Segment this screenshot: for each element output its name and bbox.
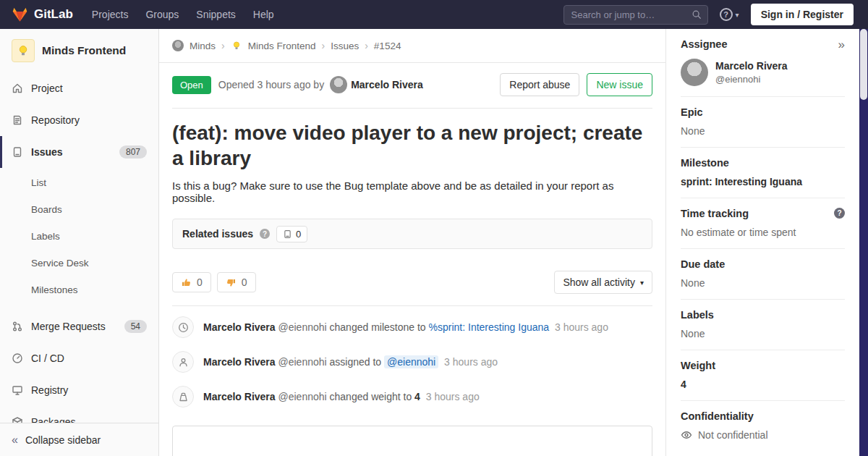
group-avatar[interactable] [172,40,184,51]
new-issue-button[interactable]: New issue [587,73,652,96]
top-navbar: GitLab Projects Groups Snippets Help ? ▾… [0,0,868,29]
gitlab-logo-icon[interactable] [12,7,28,22]
chevron-double-right-icon[interactable]: » [838,38,845,52]
sidebar-item-milestones[interactable]: Milestones [0,276,158,303]
epic-block: Epic None [681,97,845,148]
page-scrollbar [859,29,868,456]
related-issues-count: 0 [296,229,301,240]
due-date-value: None [681,277,845,289]
main-content: Minds › Minds Frontend › Issues › #1524 … [159,29,665,456]
issue-title: (feat): move video player to a new proje… [172,120,652,171]
time-tracking-value: No estimate or time spent [681,227,845,238]
report-abuse-button[interactable]: Report abuse [500,73,579,96]
note-handle: @eiennohi [278,321,327,333]
milestone-link[interactable]: %sprint: Interesting Iguana [429,321,550,333]
thumbs-up-button[interactable]: 0 [172,272,211,292]
milestone-value[interactable]: sprint: Interesting Iguana [681,176,845,187]
thumbs-up-icon [181,277,192,288]
project-context-link[interactable]: Minds Frontend [0,29,158,72]
note-author[interactable]: Marcelo Rivera [203,356,276,368]
labels-label: Labels [681,309,845,321]
sidebar-item-labels[interactable]: Labels [0,223,158,250]
sidebar-item-repository[interactable]: Repository [0,104,158,136]
due-date-label: Due date [681,258,845,270]
nav-link-projects[interactable]: Projects [92,9,129,20]
note-author[interactable]: Marcelo Rivera [203,321,276,333]
search-input[interactable] [570,9,692,21]
assignee-mention-link[interactable]: @eiennohi [384,355,438,368]
issue-header-actions: Report abuse New issue [500,73,652,96]
search-box[interactable] [563,5,708,25]
merge-request-icon [12,321,23,332]
sidebar-item-registry[interactable]: Registry [0,374,158,406]
sidebar-item-service-desk[interactable]: Service Desk [0,250,158,276]
confidentiality-value: Not confidential [698,429,768,441]
sidebar-item-project[interactable]: Project [0,72,158,104]
repository-icon [12,114,23,126]
question-circle-icon[interactable]: ? [834,208,845,219]
chevron-double-left-icon: « [12,434,18,447]
collapse-sidebar-button[interactable]: « Collapse sidebar [0,423,158,456]
assignee-name[interactable]: Marcelo Rivera [715,60,788,72]
author-avatar[interactable] [330,76,347,93]
milestone-label: Milestone [681,157,845,169]
brand-title[interactable]: GitLab [34,7,73,22]
issues-icon [12,146,23,158]
sign-in-button[interactable]: Sign in / Register [751,4,854,25]
breadcrumb-separator-icon: › [221,40,225,51]
confidentiality-block: Confidentiality Not confidential [681,401,845,451]
weight-label: Weight [681,360,845,371]
assignee-avatar[interactable] [681,59,708,86]
new-comment-box[interactable] [172,426,652,456]
note-author[interactable]: Marcelo Rivera [203,391,276,402]
user-icon [172,351,194,373]
breadcrumb-link-group[interactable]: Minds [190,41,216,51]
sidebar-item-label: Repository [31,114,80,126]
help-icon[interactable]: ? [260,229,270,239]
navbar-links: Projects Groups Snippets Help [92,9,274,20]
left-sidebar: Minds Frontend Project Repository Issues… [0,29,159,456]
nav-link-help[interactable]: Help [253,9,274,20]
question-circle-icon: ? [720,8,733,21]
breadcrumb-link-project[interactable]: Minds Frontend [248,41,316,51]
issue-card-icon [283,229,292,239]
sidebar-item-issues[interactable]: Issues 807 [0,136,158,168]
home-icon [12,83,23,94]
milestone-block: Milestone sprint: Interesting Iguana [681,148,845,198]
weight-value: 4 [414,391,420,402]
sidebar-item-label: Registry [31,384,68,396]
note-action: changed milestone to [330,321,426,333]
thumbs-down-icon [226,277,237,288]
system-note-milestone: Marcelo Rivera @eiennohi changed milesto… [172,310,652,345]
scrollbar-thumb[interactable] [860,29,867,100]
time-tracking-block: Time tracking ? No estimate or time spen… [681,198,845,249]
sidebar-item-list[interactable]: List [0,169,158,196]
status-badge: Open [172,76,211,94]
assignee-handle: @eiennohi [715,74,788,85]
submenu-label: Service Desk [31,258,89,269]
project-name: Minds Frontend [42,44,126,57]
breadcrumb-link-issues[interactable]: Issues [331,41,359,51]
sidebar-item-boards[interactable]: Boards [0,196,158,223]
time-tracking-label: Time tracking [681,208,845,219]
epic-label: Epic [681,106,845,118]
weight-value: 4 [681,379,845,390]
thumbs-down-button[interactable]: 0 [217,272,256,292]
assignee-block: Assignee » Marcelo Rivera @eiennohi [681,29,845,97]
sidebar-item-merge-requests[interactable]: Merge Requests 54 [0,311,158,342]
nav-link-groups[interactable]: Groups [145,9,179,20]
assignee-label: Assignee [681,38,845,50]
issue-description: Is this a bug? Make sure to use the Bug … [172,180,652,204]
collapse-sidebar-label: Collapse sidebar [25,434,101,446]
project-avatar-small[interactable] [231,40,242,51]
nav-link-snippets[interactable]: Snippets [196,9,235,20]
author-name-link[interactable]: Marcelo Rivera [351,79,423,90]
activity-filter-dropdown[interactable]: Show all activity ▾ [554,271,652,294]
sidebar-item-label: CI / CD [31,352,64,364]
sidebar-item-cicd[interactable]: CI / CD [0,342,158,374]
help-menu[interactable]: ? ▾ [720,8,739,21]
system-note-assignee: Marcelo Rivera @eiennohi assigned to @ei… [172,345,652,379]
submenu-label: Labels [31,231,60,242]
due-date-block: Due date None [681,249,845,300]
weight-icon [172,386,194,408]
